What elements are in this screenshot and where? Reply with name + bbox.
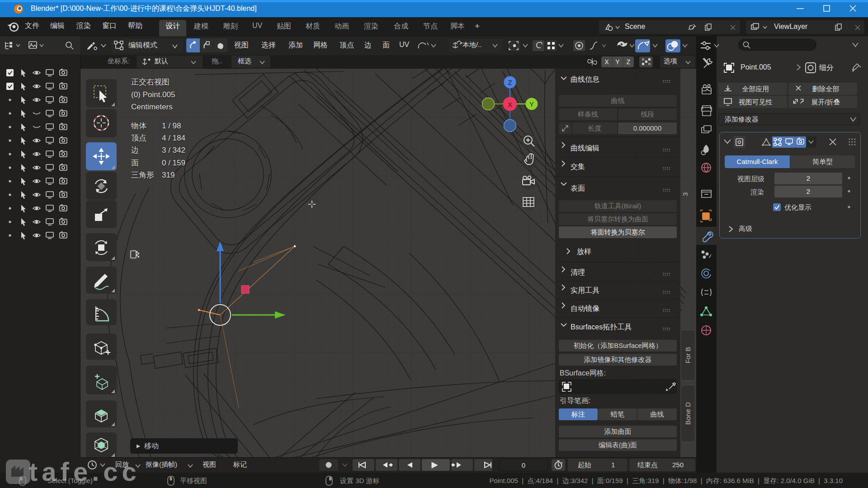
svg-text:X: X	[508, 101, 512, 108]
svg-text:Y: Y	[615, 58, 620, 66]
svg-text:3: 3	[681, 192, 689, 196]
svg-text:Z: Z	[627, 58, 631, 66]
svg-text:Z: Z	[508, 79, 512, 86]
svg-text:Bone D: Bone D	[684, 402, 692, 425]
svg-text:Y: Y	[529, 100, 534, 108]
svg-text:For B: For B	[684, 347, 692, 364]
svg-text:X: X	[604, 58, 609, 66]
